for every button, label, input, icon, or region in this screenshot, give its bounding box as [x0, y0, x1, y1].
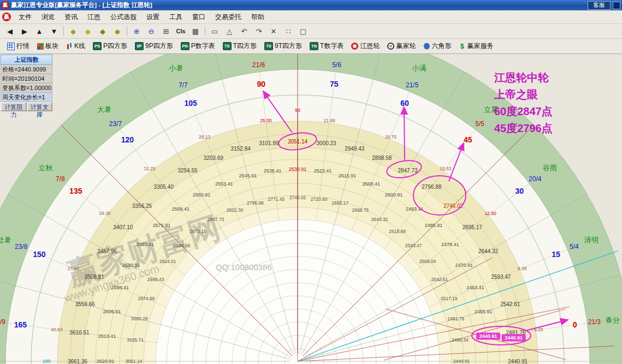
svg-text:3457.96: 3457.96 [97, 248, 117, 254]
view-button-9P四方形[interactable]: 9P9P四方形 [131, 40, 177, 52]
window-control-button[interactable] [613, 2, 620, 9]
svg-text:2613.41: 2613.41 [98, 333, 116, 339]
calc-support-button[interactable]: 计算支撑 [27, 102, 53, 111]
svg-text:2771.45: 2771.45 [268, 196, 285, 202]
view-button-行情[interactable]: 行情 [3, 40, 33, 52]
menu-item-2[interactable]: 浏览 [37, 11, 59, 23]
arc-redo-icon[interactable]: ↷ [252, 25, 266, 38]
svg-text:18.75: 18.75 [385, 134, 397, 140]
svg-text:20/4: 20/4 [529, 175, 542, 183]
svg-text:2440.91: 2440.91 [508, 359, 528, 364]
arc-undo-icon[interactable]: ↶ [237, 25, 251, 38]
toolbar-views: 行情板块K线PSP四方形9P9P四方形PNP数字表TST四方形T99T四方形TN… [0, 39, 622, 54]
svg-text:2949.43: 2949.43 [147, 277, 164, 282]
t-square-diamond-icon[interactable]: ◆ [96, 25, 110, 38]
application-window: 赢 赢家江恩专业版[赢家服务平台] - [上证指数 江恩轮] 客服 赢 文件浏览… [0, 0, 622, 364]
svg-text:2440.91: 2440.91 [505, 335, 523, 341]
toolbar-separator [63, 26, 64, 36]
view-button-label: 江恩轮 [360, 41, 380, 51]
menu-item-1[interactable]: 文件 [14, 11, 36, 23]
info-row-1: 价格=2440.9099 [1, 65, 52, 74]
view-button-K线[interactable]: K线 [62, 40, 89, 52]
svg-text:2440.91: 2440.91 [453, 359, 470, 364]
annotation-text-block: 江恩轮中轮上帝之眼60度2847点45度2796点 [494, 69, 553, 137]
view-button-T四方形[interactable]: TST四方形 [219, 40, 260, 52]
svg-text:5/5: 5/5 [475, 120, 484, 128]
forward-icon[interactable]: ▶ [17, 25, 32, 38]
badge-icon: TS [223, 42, 232, 50]
note-tool-icon[interactable]: ▢ [296, 25, 310, 38]
view-button-label: 行情 [16, 41, 29, 51]
svg-text:2822.30: 2822.30 [227, 207, 244, 213]
menu-item-10[interactable]: 帮助 [247, 11, 269, 23]
menu-item-6[interactable]: 设置 [142, 11, 164, 23]
view-button-label: T数字表 [320, 41, 343, 51]
table-icon[interactable]: ▦ [188, 25, 203, 38]
gann-wheel-chart[interactable]: 赢家财富网www.yingjia360.comQQ:1008003862440.… [0, 54, 622, 364]
svg-text:45: 45 [464, 135, 472, 144]
svg-text:2644.32: 2644.32 [371, 217, 388, 222]
view-button-P数字表[interactable]: PNP数字表 [177, 40, 219, 52]
view-button-label: 9P四方形 [145, 41, 173, 51]
svg-text:7/9: 7/9 [0, 318, 5, 326]
svg-text:处暑: 处暑 [0, 236, 11, 244]
svg-text:2898.58: 2898.58 [174, 243, 191, 248]
view-button-T数字表[interactable]: TNT数字表 [306, 40, 347, 52]
9t-square-diamond-icon[interactable]: ◆ [110, 25, 125, 38]
svg-text:2669.75: 2669.75 [352, 207, 369, 213]
p-square-diamond-icon[interactable]: ◆ [66, 25, 80, 38]
svg-text:小满: 小满 [412, 64, 426, 72]
svg-text:2560.91: 2560.91 [193, 192, 211, 198]
menu-item-9[interactable]: 交易委托 [211, 11, 246, 23]
menu-item-4[interactable]: 江恩 [83, 11, 105, 23]
svg-text:2515.91: 2515.91 [339, 173, 357, 178]
back-icon[interactable]: ◀ [3, 25, 17, 38]
view-button-赢家轮[interactable]: 赢家轮 [383, 40, 419, 52]
svg-text:40.63: 40.63 [51, 327, 63, 332]
calc-resistance-button[interactable]: 计算阻力 [1, 102, 27, 111]
svg-text:21.88: 21.88 [323, 118, 335, 123]
svg-text:2796.88: 2796.88 [247, 200, 264, 206]
menu-item-3[interactable]: 资讯 [60, 11, 82, 23]
menu-item-5[interactable]: 公式选股 [106, 11, 141, 23]
app-logo-icon: 赢 [2, 2, 9, 9]
menu-bar: 赢 文件浏览资讯江恩公式选股设置工具窗口交易委托帮助 [0, 10, 622, 24]
view-button-江恩轮[interactable]: 江恩轮 [347, 40, 383, 52]
view-button-六角形[interactable]: 六角形 [419, 40, 455, 52]
svg-text:3051.14: 3051.14 [126, 359, 143, 364]
svg-text:28.13: 28.13 [199, 134, 211, 140]
menu-item-8[interactable]: 窗口 [188, 11, 210, 23]
svg-text:12.50: 12.50 [484, 211, 496, 216]
title-bar: 赢 赢家江恩专业版[赢家服务平台] - [上证指数 江恩轮] 客服 [0, 0, 622, 10]
index-info-panel: 上证指数 价格=2440.9099时间=20190104变换系数=1.00000… [1, 55, 52, 111]
view-button-label: T四方形 [233, 41, 257, 51]
view-button-label: 赢家服务 [467, 41, 493, 51]
delete-tool-icon[interactable]: ✕ [266, 25, 281, 38]
window-title: 赢家江恩专业版[赢家服务平台] - [上证指数 江恩轮] [11, 1, 152, 9]
svg-text:大暑: 大暑 [97, 105, 111, 114]
menu-item-7[interactable]: 工具 [165, 11, 187, 23]
dots-icon[interactable]: ∷ [281, 25, 295, 38]
9p-square-diamond-icon[interactable]: ◆ [81, 25, 95, 38]
up-icon[interactable]: ▲ [32, 25, 46, 38]
toolbar-separator [127, 26, 127, 36]
view-button-板块[interactable]: 板块 [33, 40, 62, 52]
svg-text:15: 15 [552, 250, 560, 259]
triangle-tool-icon[interactable]: △ [222, 25, 236, 38]
view-button-P四方形[interactable]: PSP四方形 [89, 40, 131, 52]
badge-icon: 9P [135, 42, 144, 50]
svg-text:2523.41: 2523.41 [314, 168, 332, 174]
cls-button[interactable]: Cls [174, 25, 188, 38]
customer-service-button[interactable]: 客服 [588, 1, 611, 10]
svg-text:3000.23: 3000.23 [317, 140, 337, 146]
rect-tool-icon[interactable]: ▭ [208, 25, 222, 38]
svg-text:2455.91: 2455.91 [475, 309, 493, 314]
view-button-9T四方形[interactable]: T99T四方形 [260, 40, 306, 52]
down-icon[interactable]: ▼ [47, 25, 61, 38]
zoom-out-icon[interactable]: ⊖ [144, 25, 158, 38]
svg-text:2517.19: 2517.19 [441, 296, 458, 301]
zoom-in-icon[interactable]: ⊕ [129, 25, 144, 38]
view-button-赢家服务[interactable]: $赢家服务 [455, 40, 497, 52]
grid-icon[interactable]: ⊞ [159, 25, 173, 38]
svg-text:2568.04: 2568.04 [419, 259, 436, 264]
